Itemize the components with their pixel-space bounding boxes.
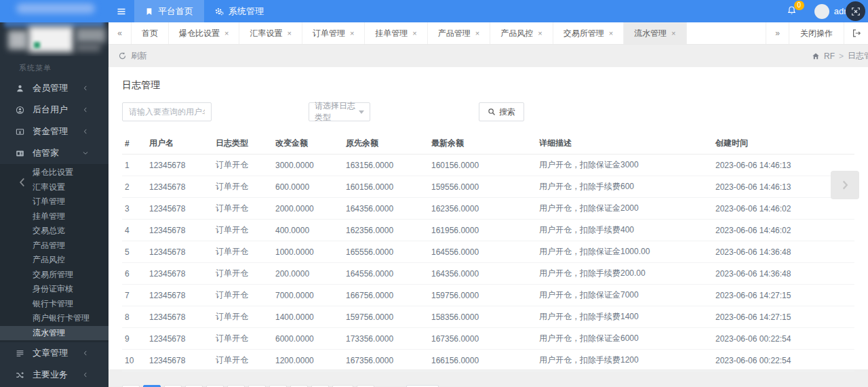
chevron-left-icon — [80, 106, 90, 113]
table-cell: 166156.0000 — [429, 350, 536, 371]
table-cell: 159756.0000 — [429, 285, 536, 306]
breadcrumb-root[interactable]: RF — [824, 52, 835, 61]
username-search-input[interactable] — [122, 102, 212, 121]
column-header-最新余额: 最新余额 — [429, 132, 536, 155]
tab-close-icon[interactable]: × — [671, 29, 675, 37]
table-cell: 158356.0000 — [429, 306, 536, 328]
sidebar-item-资金管理[interactable]: 资金管理 — [0, 121, 108, 142]
table-cell: 订单开仓 — [213, 241, 273, 263]
business-icon — [15, 371, 25, 380]
close-operations-label: 关闭操作 — [800, 28, 833, 39]
sidebar-item-信管家[interactable]: 信管家 — [0, 142, 108, 164]
log-management-panel: 日志管理 请选择日志类型 搜索 #用户名日志类型改变金额原先余额最新余额详细描述… — [108, 67, 868, 369]
tab-产品管理[interactable]: 产品管理× — [428, 22, 490, 44]
tabbar-right: » 关闭操作 — [766, 22, 868, 44]
table-cell: 164356.0000 — [343, 198, 429, 220]
close-operations-button[interactable]: 关闭操作 — [789, 22, 844, 44]
tab-label: 首页 — [142, 28, 158, 39]
tab-close-icon[interactable]: × — [224, 29, 229, 37]
tab-爆仓比设置[interactable]: 爆仓比设置× — [169, 22, 239, 44]
floating-next-button[interactable] — [831, 171, 859, 199]
log-type-select-value: 请选择日志类型 — [315, 100, 359, 123]
topnav-item-系统管理[interactable]: 系统管理 — [204, 0, 275, 22]
tab-label: 爆仓比设置 — [179, 28, 220, 39]
table-cell: 2 — [122, 176, 146, 198]
hamburger-menu-button[interactable] — [108, 0, 134, 22]
sidebar-submenu: 爆仓比设置汇率设置订单管理挂单管理交易总览产品管理产品风控交易所管理身份证审核银… — [0, 164, 108, 342]
sidebar-item-文章管理[interactable]: 文章管理 — [0, 342, 108, 364]
sidebar-item-后台用户[interactable]: 后台用户 — [0, 99, 108, 121]
tab-close-icon[interactable]: × — [350, 29, 354, 37]
table-cell: 161956.0000 — [429, 220, 536, 241]
sidebar-subitem-订单管理[interactable]: 订单管理 — [0, 195, 108, 209]
table-cell: 160156.0000 — [343, 176, 429, 198]
sidebar-item-label: 文章管理 — [33, 347, 80, 359]
log-type-select[interactable]: 请选择日志类型 — [309, 102, 370, 121]
tab-汇率设置[interactable]: 汇率设置× — [239, 22, 302, 44]
tab-close-icon[interactable]: × — [475, 29, 479, 37]
tab-close-icon[interactable]: × — [609, 29, 613, 37]
table-cell: 用户开仓，扣除保证金1000.00 — [536, 241, 713, 263]
tab-首页[interactable]: 首页 — [132, 22, 169, 44]
tabs-scroll-right-button[interactable]: » — [766, 22, 789, 44]
sidebar-subitem-产品管理[interactable]: 产品管理 — [0, 239, 108, 253]
sidebar-subitem-产品风控[interactable]: 产品风控 — [0, 253, 108, 268]
table-cell: 164556.0000 — [343, 263, 429, 285]
floating-prev-button[interactable] — [16, 176, 28, 190]
search-icon — [488, 108, 496, 116]
sidebar-item-会员管理[interactable]: 会员管理 — [0, 77, 108, 99]
sidebar-subitem-商户银行卡管理[interactable]: 商户银行卡管理 — [0, 311, 108, 326]
topnav-item-平台首页[interactable]: 平台首页 — [134, 0, 204, 22]
refresh-button[interactable]: 刷新 — [118, 50, 147, 62]
tab-close-icon[interactable]: × — [538, 29, 542, 37]
tab-流水管理[interactable]: 流水管理× — [624, 22, 686, 44]
table-cell: 162356.0000 — [343, 220, 429, 241]
table-cell: 订单开仓 — [213, 220, 273, 241]
tab-挂单管理[interactable]: 挂单管理× — [365, 22, 427, 44]
table-cell: 2023-06-06 14:27:15 — [713, 306, 854, 328]
sidebar-subitem-流水管理[interactable]: 流水管理 — [0, 326, 108, 341]
sidebar-item-label: 后台用户 — [33, 104, 80, 116]
tab-交易所管理[interactable]: 交易所管理× — [553, 22, 624, 44]
table-cell: 用户开仓，扣除手续费1200 — [536, 350, 713, 371]
table-cell: 12345678 — [146, 350, 213, 371]
tab-close-icon[interactable]: × — [412, 29, 416, 37]
screenshot-overlay-button[interactable] — [846, 1, 865, 21]
table-row: 412345678订单开仓400.0000162356.0000161956.0… — [122, 220, 854, 241]
logout-icon — [852, 28, 861, 38]
sidebar-subitem-挂单管理[interactable]: 挂单管理 — [0, 209, 108, 224]
column-header-原先余额: 原先余额 — [343, 132, 429, 155]
table-cell: 165556.0000 — [343, 241, 429, 263]
avatar[interactable] — [814, 4, 829, 19]
notifications-button[interactable]: 0 — [787, 5, 797, 18]
column-header-#: # — [122, 132, 146, 155]
sidebar-subitem-银行卡管理[interactable]: 银行卡管理 — [0, 297, 108, 312]
logout-button[interactable] — [844, 22, 868, 44]
table-cell: 12345678 — [146, 176, 213, 198]
table-cell: 7000.0000 — [273, 285, 343, 306]
column-header-日志类型: 日志类型 — [213, 132, 273, 155]
topbar-nav: 平台首页系统管理 — [134, 0, 275, 22]
table-row: 612345678订单开仓200.0000164556.0000164356.0… — [122, 263, 854, 285]
chevron-left-icon — [80, 371, 90, 378]
chevron-left-icon — [80, 128, 90, 135]
sidebar-subitem-身份证审核[interactable]: 身份证审核 — [0, 282, 108, 297]
tab-订单管理[interactable]: 订单管理× — [302, 22, 365, 44]
logo-blur-block — [34, 42, 40, 48]
sidebar-item-label: 信管家 — [33, 147, 80, 159]
table-cell: 1 — [122, 155, 146, 176]
tab-close-icon[interactable]: × — [287, 29, 291, 37]
tabs-scroll-left-button[interactable]: « — [108, 22, 132, 44]
table-cell: 4 — [122, 220, 146, 241]
sidebar-subitem-交易所管理[interactable]: 交易所管理 — [0, 268, 108, 283]
column-header-用户名: 用户名 — [146, 132, 213, 155]
table-cell: 12345678 — [146, 285, 213, 306]
table-cell: 6 — [122, 263, 146, 285]
table-cell: 5 — [122, 241, 146, 263]
search-button[interactable]: 搜索 — [479, 102, 524, 121]
tab-产品风控[interactable]: 产品风控× — [490, 22, 553, 44]
table-cell: 2000.0000 — [273, 198, 343, 220]
sidebar-item-主要业务[interactable]: 主要业务 — [0, 364, 108, 386]
table-cell: 用户开仓，扣除保证金7000 — [536, 285, 713, 306]
sidebar-subitem-交易总览[interactable]: 交易总览 — [0, 224, 108, 239]
